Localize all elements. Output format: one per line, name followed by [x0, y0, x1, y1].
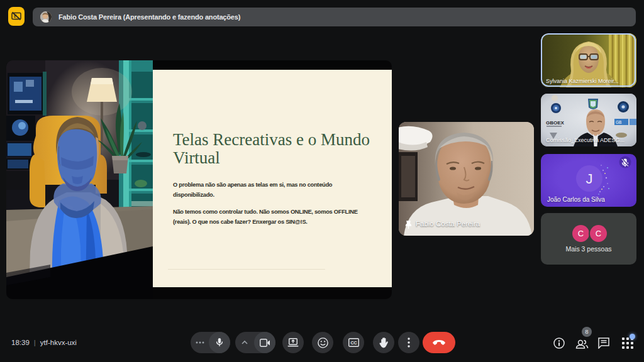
- svg-text:GB: GB: [616, 120, 621, 124]
- svg-text:J: J: [586, 171, 593, 187]
- svg-text:GBOEX: GBOEX: [546, 120, 565, 126]
- svg-text:CC: CC: [350, 341, 357, 345]
